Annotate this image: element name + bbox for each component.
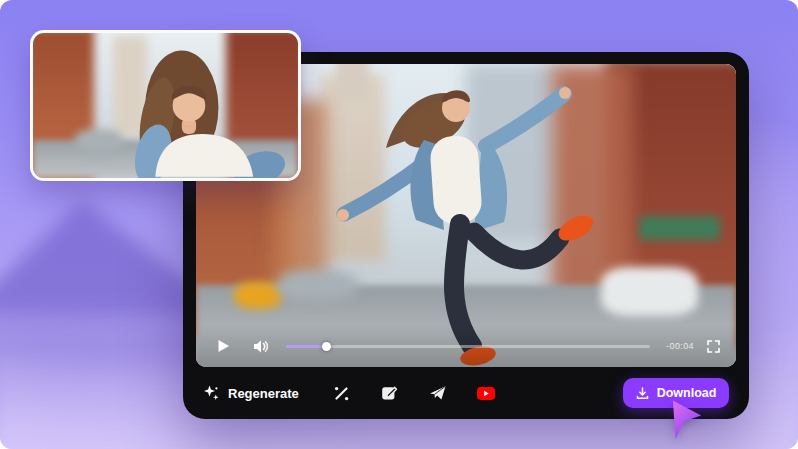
download-button[interactable]: Download (623, 378, 729, 408)
sparkle-icon (203, 385, 220, 402)
video-suv (601, 267, 698, 315)
progress-fill (286, 345, 326, 348)
video-taxi (234, 282, 283, 309)
playback-controls: -00:04 (196, 325, 736, 367)
volume-icon[interactable] (250, 335, 272, 357)
edit-icon[interactable] (381, 384, 399, 402)
portrait-figure (33, 33, 298, 178)
regenerate-button[interactable]: Regenerate (203, 385, 299, 402)
progress-track[interactable] (286, 345, 650, 348)
play-button[interactable] (212, 335, 234, 357)
send-share-icon[interactable] (429, 384, 447, 402)
source-image-card[interactable] (30, 30, 301, 181)
progress-slider[interactable] (286, 339, 650, 353)
regenerate-label: Regenerate (228, 386, 299, 401)
time-remaining: -00:04 (666, 341, 694, 351)
youtube-icon[interactable] (477, 384, 495, 402)
magic-wand-icon[interactable] (333, 384, 351, 402)
fullscreen-icon[interactable] (706, 339, 720, 353)
page: -00:04 Regenerate (0, 0, 798, 449)
video-awning (639, 216, 720, 240)
download-label: Download (657, 386, 717, 400)
progress-thumb[interactable] (322, 342, 331, 351)
download-icon (636, 387, 649, 400)
player-toolbar: Regenerate (183, 367, 749, 419)
